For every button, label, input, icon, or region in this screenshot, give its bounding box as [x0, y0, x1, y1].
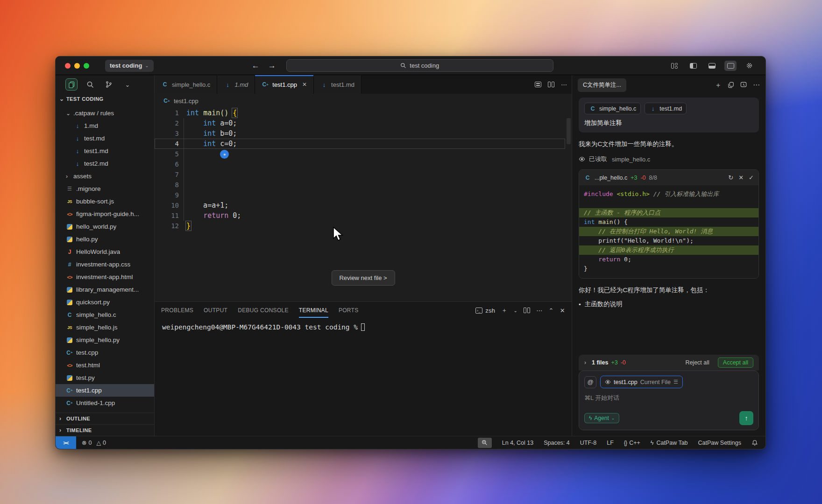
code-line-1[interactable]: 1int main() { [155, 108, 572, 118]
file-tree-item-.catpaw / rules[interactable]: ⌄.catpaw / rules [56, 107, 154, 119]
close-window-button[interactable] [65, 63, 71, 69]
code-line-9[interactable]: 9 [155, 190, 572, 200]
command-center-search[interactable]: test coding [286, 59, 553, 72]
catpaw-settings[interactable]: CatPaw Settings [698, 440, 741, 446]
notifications-bell-icon[interactable] [751, 440, 758, 446]
split-editor-icon[interactable] [548, 82, 554, 87]
panel-tab-debug-console[interactable]: DEBUG CONSOLE [238, 303, 289, 318]
eol-sequence[interactable]: LF [607, 440, 614, 446]
explorer-section-header[interactable]: ⌄ TEST CODING [56, 94, 154, 104]
settings-gear-icon[interactable] [743, 61, 755, 71]
editor-scrollbar[interactable] [567, 118, 571, 144]
chat-input-card[interactable]: @ test1.cpp Current File ☰ ⌘L 开始对话 [579, 371, 759, 430]
open-changes-icon[interactable] [535, 82, 541, 87]
toggle-panel-icon[interactable] [706, 61, 718, 71]
toggle-sidebar-icon[interactable] [687, 61, 699, 71]
cursor-position[interactable]: Ln 4, Col 13 [502, 440, 533, 446]
explorer-icon[interactable] [66, 79, 77, 90]
terminal-output[interactable]: weipengcheng04@MBP-M67G46421D-0043 test … [155, 319, 572, 436]
project-switcher[interactable]: test coding ⌄ [105, 60, 154, 72]
accept-all-button[interactable]: Accept all [718, 357, 753, 368]
catpaw-tab-toggle[interactable]: ϟ CatPaw Tab [651, 440, 688, 446]
customize-layout-icon[interactable] [668, 61, 680, 71]
remote-indicator[interactable]: >< [56, 436, 76, 449]
file-tree-item-test.py[interactable]: test.py [56, 371, 154, 384]
editor-tab-1.md[interactable]: ↓1.md [217, 75, 255, 94]
code-line-10[interactable]: 10 a=a+1; [155, 200, 572, 210]
reject-all-button[interactable]: Reject all [685, 359, 709, 366]
problems-indicator[interactable]: ⊗ 0 △ 0 [82, 439, 106, 446]
breadcrumb[interactable]: C test1.cpp [155, 94, 572, 108]
chat-scroll-area[interactable]: Csimple_hello.c↓test1.md 增加简单注释 我来为C文件增加… [572, 95, 765, 436]
maximize-panel-icon[interactable]: ⌃ [549, 307, 554, 314]
chevron-right-icon[interactable]: › [584, 359, 589, 366]
zoom-indicator[interactable] [478, 438, 492, 448]
file-tree-item-simple_hello.c[interactable]: Csimple_hello.c [56, 308, 154, 321]
file-tree-item-library_management...[interactable]: library_management... [56, 283, 154, 296]
file-tree-item-test1.md[interactable]: ↓test1.md [56, 145, 154, 157]
send-button[interactable]: ↑ [739, 411, 753, 425]
file-tree-item-hello.py[interactable]: hello.py [56, 233, 154, 245]
zoom-window-button[interactable] [84, 63, 89, 69]
panel-tab-ports[interactable]: PORTS [339, 303, 359, 318]
encoding[interactable]: UTF-8 [580, 440, 596, 446]
panel-tab-output[interactable]: OUTPUT [204, 303, 227, 318]
code-line-6[interactable]: 6 [155, 159, 572, 169]
ai-suggestion-dot-icon[interactable]: ✳ [220, 150, 229, 159]
editor-tab-test1.md[interactable]: ↓test1.md [314, 75, 361, 94]
code-editor[interactable]: 1int main() {2 int a=0;3 int b=0;4 int c… [155, 108, 572, 301]
discard-icon[interactable]: ✕ [738, 174, 744, 181]
outline-section[interactable]: › OUTLINE [56, 413, 154, 424]
new-terminal-icon[interactable]: ＋ [501, 306, 507, 315]
source-control-icon[interactable] [103, 79, 114, 90]
forward-button[interactable]: → [268, 61, 276, 70]
file-tree-item-test.html[interactable]: <>test.html [56, 359, 154, 371]
file-tree-item-figma-import-guide.h...[interactable]: <>figma-import-guide.h... [56, 208, 154, 220]
file-tree-item-Untitled-1.cpp[interactable]: CUntitled-1.cpp [56, 397, 154, 409]
code-line-11[interactable]: 11 return 0; [155, 210, 572, 221]
file-tree-item-hello_world.py[interactable]: hello_world.py [56, 220, 154, 233]
file-tree-item-bubble-sort.js[interactable]: JSbubble-sort.js [56, 195, 154, 208]
file-tree-item-1.md[interactable]: ↓1.md [56, 119, 154, 132]
search-view-icon[interactable] [85, 79, 96, 90]
agent-mode-selector[interactable]: ϟ Agent ⌄ [584, 413, 619, 423]
chat-more-icon[interactable]: ⋯ [753, 81, 760, 89]
split-terminal-icon[interactable] [524, 308, 530, 313]
chat-input-placeholder[interactable]: ⌘L 开始对话 [584, 394, 753, 402]
editor-tab-simple_hello.c[interactable]: Csimple_hello.c [155, 75, 217, 94]
apply-icon[interactable]: ✓ [749, 174, 754, 181]
chat-session-tab[interactable]: C文件简单注... [578, 78, 626, 92]
code-line-7[interactable]: 7 [155, 169, 572, 180]
panel-tab-problems[interactable]: PROBLEMS [161, 303, 193, 318]
diff-card-header[interactable]: C ...ple_hello.c +3 -0 8/8 ↻ ✕ ✓ [579, 170, 758, 185]
code-line-2[interactable]: 2 int a=0; [155, 118, 572, 128]
file-tree-item-.mignore[interactable]: ☰.mignore [56, 182, 154, 195]
new-chat-icon[interactable]: ＋ [715, 81, 722, 90]
history-icon[interactable] [740, 82, 747, 88]
code-line-3[interactable]: 3 int b=0; [155, 128, 572, 139]
code-line-4[interactable]: 4 int c=0; [155, 139, 572, 149]
code-line-8[interactable]: 8 [155, 180, 572, 190]
shell-chip[interactable]: >_ zsh [475, 307, 495, 314]
file-tree-item-simple_hello.py[interactable]: simple_hello.py [56, 334, 154, 346]
file-tree-item-investment-app.html[interactable]: <>investment-app.html [56, 271, 154, 283]
code-line-5[interactable]: 5✳ [155, 149, 572, 159]
indentation[interactable]: Spaces: 4 [544, 440, 570, 446]
close-tab-icon[interactable]: ✕ [302, 81, 307, 88]
file-tree-item-assets[interactable]: ›assets [56, 170, 154, 182]
file-tree-item-investment-app.css[interactable]: #investment-app.css [56, 258, 154, 271]
code-line-12[interactable]: 12} [155, 221, 572, 231]
context-chip-test1.md[interactable]: ↓test1.md [645, 103, 687, 114]
refresh-icon[interactable]: ↻ [728, 174, 733, 181]
minimize-window-button[interactable] [74, 63, 80, 69]
file-tree-item-simple_hello.js[interactable]: JSsimple_hello.js [56, 321, 154, 334]
toggle-secondary-sidebar-icon[interactable] [724, 61, 737, 71]
file-tree-item-test.cpp[interactable]: Ctest.cpp [56, 346, 154, 359]
terminal-more-icon[interactable]: ⋯ [536, 307, 542, 314]
context-chip-simple_hello.c[interactable]: Csimple_hello.c [584, 103, 641, 114]
timeline-section[interactable]: › TIMELINE [56, 424, 154, 436]
file-tree-item-quicksort.py[interactable]: quicksort.py [56, 296, 154, 308]
file-tree-item-test1.cpp[interactable]: Ctest1.cpp [56, 384, 154, 397]
terminal-dropdown-icon[interactable]: ⌄ [514, 308, 518, 313]
language-mode[interactable]: C++ [624, 440, 640, 446]
